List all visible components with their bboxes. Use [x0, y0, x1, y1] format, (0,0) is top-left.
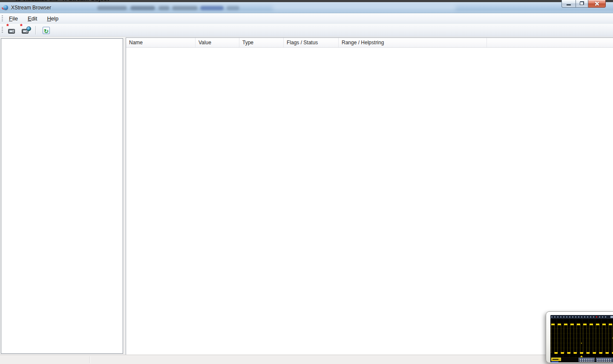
scope-waveform-graticule: [550, 319, 613, 358]
column-header-type[interactable]: Type: [239, 38, 284, 47]
scope-screen: [550, 315, 613, 362]
ghost-text-artifact: [172, 6, 198, 10]
statusbar-left: [0, 355, 7, 364]
toolbar: * * ↻: [0, 24, 613, 37]
instrument-tree-panel[interactable]: [1, 38, 123, 354]
menu-edit[interactable]: Edit: [24, 14, 41, 23]
titlebar[interactable]: XStream Browser: [0, 2, 613, 13]
window-title: XStream Browser: [11, 5, 51, 11]
column-header-filler: [487, 38, 613, 47]
menubar-grip-handle[interactable]: [2, 15, 3, 22]
menu-help[interactable]: Help: [43, 14, 62, 23]
column-header-name[interactable]: Name: [126, 38, 196, 47]
menubar: File Edit Help: [0, 13, 613, 24]
instrument-new-icon: [8, 29, 15, 34]
new-connection-network-instrument-button[interactable]: *: [20, 25, 31, 35]
restore-button[interactable]: [576, 0, 588, 8]
channel-underline: [551, 361, 558, 362]
column-header-value[interactable]: Value: [196, 38, 239, 47]
toolbar-separator: [35, 26, 36, 34]
new-asterisk-icon: *: [6, 24, 9, 28]
app-icon[interactable]: [2, 4, 9, 11]
ghost-text-artifact: [227, 6, 239, 10]
menu-file[interactable]: File: [5, 14, 22, 23]
scope-record-dot: [596, 316, 597, 318]
ghost-text-artifact: [200, 6, 224, 10]
statusbar-separator: [89, 356, 90, 363]
statusbar: [0, 355, 613, 364]
trigger-descriptor-box: [596, 358, 613, 362]
timebase-descriptor-box: [578, 358, 595, 362]
minimize-button[interactable]: [561, 0, 576, 8]
scope-menubar-artifact: [550, 315, 613, 319]
refresh-icon: ↻: [43, 27, 50, 34]
globe-icon: [26, 26, 31, 31]
statusbar-right: [7, 355, 14, 364]
ghost-reflection-artifact: [273, 5, 456, 11]
background-window-artifact: to visualize the "X-Stream Object: [0, 0, 613, 2]
scope-menu-corner: [610, 316, 613, 318]
toolbar-grip-handle[interactable]: [2, 27, 3, 34]
channel-descriptor-box: [551, 358, 561, 361]
column-header-range-helpstring[interactable]: Range / Helpstring: [339, 38, 487, 47]
list-body[interactable]: [126, 48, 613, 355]
refresh-button[interactable]: ↻: [41, 25, 52, 35]
background-clipped-text: to visualize the "X-Stream Object: [15, 0, 109, 2]
properties-list-panel: Name Value Type Flags / Status Range / H…: [126, 37, 613, 355]
minimize-icon: [567, 4, 571, 6]
restore-icon: [580, 2, 584, 5]
new-asterisk-icon: *: [20, 24, 23, 28]
window-controls: [561, 0, 606, 8]
ghost-text-artifact: [158, 6, 170, 10]
ghost-text-artifact: [130, 6, 155, 10]
new-connection-instrument-button[interactable]: *: [6, 25, 17, 35]
scope-preview-window[interactable]: [546, 311, 613, 363]
trigger-position-marker-icon: [580, 355, 583, 357]
column-header-flags-status[interactable]: Flags / Status: [284, 38, 339, 47]
list-header: Name Value Type Flags / Status Range / H…: [126, 38, 613, 48]
ghost-text-artifact: [97, 6, 127, 10]
scope-descriptor-strip: [550, 358, 613, 362]
close-icon: [594, 1, 599, 6]
close-button[interactable]: [588, 0, 606, 8]
app-icon-globe: [3, 5, 8, 10]
